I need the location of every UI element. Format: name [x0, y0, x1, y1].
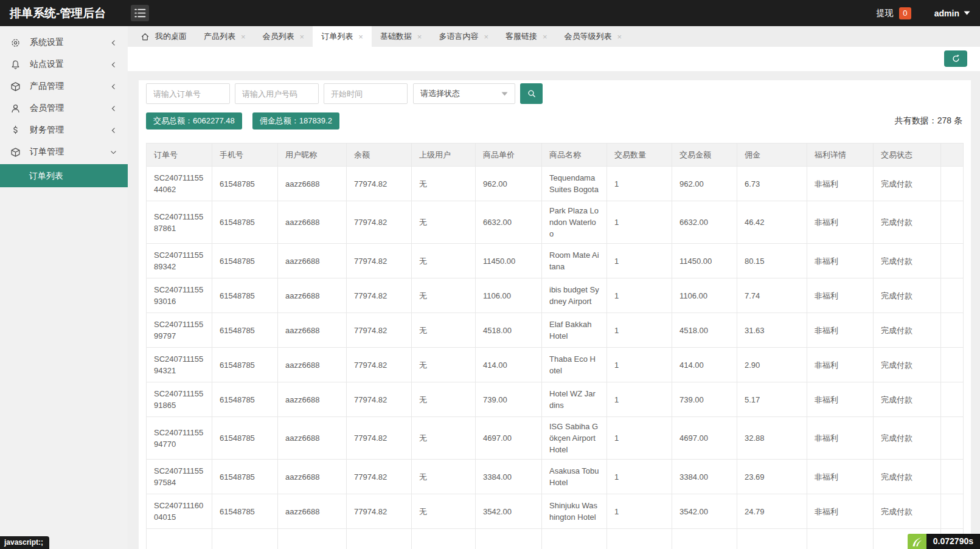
cell-quantity	[607, 529, 672, 549]
tab-member-list[interactable]: 会员列表×	[254, 26, 313, 47]
cell-commission: 80.15	[737, 244, 807, 278]
cell-product-name: Room Mate Aitana	[542, 244, 607, 278]
search-button[interactable]	[520, 83, 543, 104]
sidebar-item-order-list-active[interactable]: 订单列表	[0, 164, 128, 187]
cell-status: 完成付款	[874, 348, 941, 382]
cell-parent-user: 无	[412, 313, 476, 348]
cell-unit-price: 3542.00	[476, 494, 542, 529]
close-icon[interactable]: ×	[300, 33, 305, 41]
start-time-input[interactable]	[324, 83, 408, 104]
chevron-left-icon	[109, 105, 117, 112]
cell-phone: 61548785	[212, 244, 278, 278]
sidebar-toggle-button[interactable]	[131, 5, 149, 21]
cell-nickname: aazz6688	[278, 348, 347, 382]
tab-product-list[interactable]: 产品列表×	[195, 26, 254, 47]
table-row: SC2407111559477061548785aazz668877974.82…	[147, 417, 964, 460]
close-icon[interactable]: ×	[543, 33, 547, 41]
cell-parent-user: 无	[412, 417, 476, 460]
cell-commission: 31.63	[737, 313, 807, 348]
cell-product-name: Shinjuku Washington Hotel	[542, 494, 607, 529]
cell-commission: 6.73	[737, 167, 807, 201]
cell-order-no: SC24071115597584	[147, 460, 212, 494]
tab-label: 产品列表	[204, 31, 235, 42]
sidebar-item-product-manage[interactable]: 产品管理	[0, 75, 128, 97]
cell-amount: 414.00	[672, 348, 737, 382]
sidebar-item-label: 会员管理	[30, 103, 109, 114]
cell-product-name: Park Plaza London Waterloo	[542, 201, 607, 244]
cell-order-no: SC24071116004015	[147, 494, 212, 529]
cell-amount: 1106.00	[672, 278, 737, 313]
close-icon[interactable]: ×	[358, 33, 363, 41]
cell-unit-price: 739.00	[476, 382, 542, 417]
tab-order-list[interactable]: 订单列表×	[313, 26, 372, 47]
tab-service-link[interactable]: 客服链接×	[497, 26, 556, 47]
order-table-container[interactable]: 订单号手机号用户昵称余额上级用户商品单价商品名称交易数量交易金额佣金福利详情交易…	[146, 143, 964, 549]
user-menu[interactable]: admin	[934, 9, 970, 18]
col-order-no: 订单号	[147, 143, 212, 167]
close-icon[interactable]: ×	[484, 33, 488, 41]
cell-status: 完成付款	[874, 201, 941, 244]
bell-icon	[10, 60, 21, 70]
cell-quantity: 1	[607, 167, 672, 201]
cell-quantity: 1	[607, 382, 672, 417]
user-no-input[interactable]	[235, 83, 319, 104]
order-table-body: SC2407111554406261548785aazz668877974.82…	[147, 167, 964, 549]
table-row	[147, 529, 964, 549]
cell-phone: 61548785	[212, 382, 278, 417]
tab-label: 我的桌面	[155, 31, 187, 42]
cell-welfare: 非福利	[807, 494, 874, 529]
cell-parent-user: 无	[412, 244, 476, 278]
cell-welfare: 非福利	[807, 382, 874, 417]
cell-balance: 77974.82	[347, 167, 412, 201]
tab-base-data[interactable]: 基础数据×	[372, 26, 431, 47]
tab-desktop[interactable]: 我的桌面	[132, 26, 195, 47]
sidebar-item-label: 系统设置	[30, 37, 109, 48]
withdraw-label: 提现	[877, 8, 894, 19]
refresh-button[interactable]	[944, 50, 967, 67]
withdraw-link[interactable]: 提现 0	[877, 7, 911, 19]
sidebar-item-site-settings[interactable]: 站点设置	[0, 54, 128, 75]
cell-quantity: 1	[607, 417, 672, 460]
tab-member-level-list[interactable]: 会员等级列表×	[556, 26, 631, 47]
table-header-row: 订单号手机号用户昵称余额上级用户商品单价商品名称交易数量交易金额佣金福利详情交易…	[147, 143, 964, 167]
table-row: SC2407111559758461548785aazz668877974.82…	[147, 460, 964, 494]
cell-nickname: aazz6688	[278, 278, 347, 313]
caret-down-icon	[501, 92, 508, 96]
list-menu-icon	[134, 9, 146, 18]
cell-quantity: 1	[607, 201, 672, 244]
close-icon[interactable]: ×	[617, 33, 622, 41]
status-select[interactable]: 请选择状态	[413, 83, 515, 104]
cell-status: 完成付款	[874, 460, 941, 494]
cell-commission: 2.90	[737, 348, 807, 382]
cell-nickname: aazz6688	[278, 382, 347, 417]
total-trade-badge: 交易总额：6062277.48	[146, 112, 242, 129]
tab-label: 客服链接	[506, 31, 537, 42]
table-row: SC2407111559301661548785aazz668877974.82…	[147, 278, 964, 313]
cell-balance: 77974.82	[347, 278, 412, 313]
order-list-panel: 请选择状态 交易总额：6062277.48 佣金总额：187839.2 共有数据…	[139, 80, 971, 549]
filter-bar: 请选择状态	[146, 83, 964, 104]
cell-product-name	[542, 529, 607, 549]
sidebar-item-system-settings[interactable]: 系统设置	[0, 32, 128, 54]
cell-nickname	[278, 529, 347, 549]
sidebar-item-finance-manage[interactable]: 财务管理	[0, 119, 128, 141]
cell-status: 完成付款	[874, 167, 941, 201]
cell-status: 完成付款	[874, 382, 941, 417]
close-icon[interactable]: ×	[417, 33, 422, 41]
cell-phone: 61548785	[212, 348, 278, 382]
tab-multilang-content[interactable]: 多语言内容×	[430, 26, 497, 47]
cell-nickname: aazz6688	[278, 244, 347, 278]
close-icon[interactable]: ×	[241, 33, 246, 41]
app-title: 排单系统-管理后台	[10, 0, 106, 26]
cell-extra	[941, 382, 964, 417]
cell-welfare: 非福利	[807, 417, 874, 460]
sidebar-item-order-manage[interactable]: 订单管理	[0, 141, 128, 163]
thinkphp-logo-icon[interactable]	[908, 534, 926, 549]
order-no-input[interactable]	[146, 83, 230, 104]
sidebar-item-member-manage[interactable]: 会员管理	[0, 97, 128, 119]
col-status: 交易状态	[874, 143, 941, 167]
cell-quantity: 1	[607, 278, 672, 313]
cell-phone: 61548785	[212, 417, 278, 460]
cell-unit-price: 4518.00	[476, 313, 542, 348]
cell-balance: 77974.82	[347, 348, 412, 382]
